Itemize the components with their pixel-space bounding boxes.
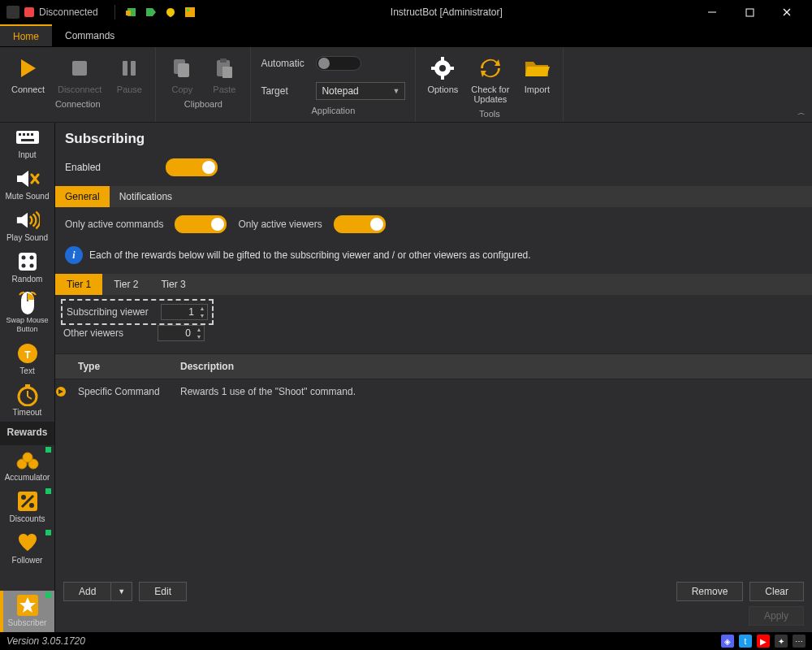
subtab-notifications[interactable]: Notifications bbox=[110, 186, 182, 207]
other-viewers-row: Other viewers 0 ▲▼ bbox=[63, 323, 812, 344]
target-dropdown[interactable]: Notepad ▼ bbox=[316, 82, 405, 100]
status-dot bbox=[45, 447, 51, 453]
sidebar-item-input[interactable]: Input bbox=[0, 123, 54, 164]
svg-line-40 bbox=[28, 396, 32, 399]
tier-tab-3[interactable]: Tier 3 bbox=[149, 274, 197, 295]
automatic-toggle[interactable] bbox=[316, 56, 361, 71]
subscribing-viewer-stepper[interactable]: 1 ▲▼ bbox=[161, 304, 208, 320]
star-icon bbox=[15, 594, 40, 617]
gear-icon bbox=[428, 54, 457, 83]
svg-point-34 bbox=[29, 264, 33, 268]
add-button[interactable]: Add ▼ bbox=[63, 582, 132, 601]
svg-rect-9 bbox=[123, 61, 127, 76]
svg-rect-25 bbox=[27, 133, 29, 136]
extra-icon-2[interactable]: ⋯ bbox=[793, 635, 806, 648]
quick-icon-4[interactable] bbox=[184, 6, 197, 19]
tier-tab-2[interactable]: Tier 2 bbox=[102, 274, 149, 295]
only-active-commands-toggle[interactable] bbox=[175, 215, 227, 233]
import-button[interactable]: Import bbox=[519, 52, 555, 96]
connect-button[interactable]: Connect bbox=[8, 52, 48, 96]
quick-icon-2[interactable] bbox=[145, 6, 158, 19]
title-bar: Disconnected InstructBot [Administrator] bbox=[0, 0, 812, 24]
subscribing-viewer-label: Subscribing viewer bbox=[67, 306, 154, 318]
group-label-tools: Tools bbox=[479, 109, 500, 119]
pause-icon bbox=[114, 54, 144, 83]
maximize-button[interactable] bbox=[731, 0, 768, 24]
tab-home[interactable]: Home bbox=[0, 24, 52, 46]
step-down-icon[interactable]: ▼ bbox=[197, 312, 207, 319]
ribbon: Connect Disconnect Pause Connection Copy… bbox=[0, 47, 812, 123]
sidebar-item-mute-sound[interactable]: Mute Sound bbox=[0, 164, 54, 206]
sidebar-item-accumulator[interactable]: Accumulator bbox=[0, 445, 54, 487]
only-active-viewers-toggle[interactable] bbox=[334, 215, 386, 233]
speaker-mute-icon bbox=[15, 167, 40, 190]
svg-rect-24 bbox=[23, 133, 25, 136]
options-button[interactable]: Options bbox=[424, 52, 461, 96]
table-row[interactable]: Specific Command Rewards 1 use of the "S… bbox=[55, 379, 812, 404]
close-button[interactable] bbox=[768, 0, 806, 24]
paste-button[interactable]: Paste bbox=[206, 52, 242, 96]
pause-button[interactable]: Pause bbox=[111, 52, 147, 96]
connection-plug-icon bbox=[24, 7, 34, 17]
th-type[interactable]: Type bbox=[70, 354, 172, 379]
remove-button[interactable]: Remove bbox=[676, 582, 744, 601]
minimize-button[interactable] bbox=[693, 0, 731, 24]
quick-icon-1[interactable] bbox=[125, 6, 138, 19]
svg-point-32 bbox=[29, 256, 33, 260]
enabled-label: Enabled bbox=[65, 162, 101, 173]
ribbon-group-tools: Options Check for Updates Import Tools bbox=[416, 47, 564, 122]
sidebar-label: Accumulator bbox=[5, 473, 50, 482]
copy-button[interactable]: Copy bbox=[164, 52, 200, 96]
svg-rect-22 bbox=[16, 131, 39, 144]
ribbon-collapse-icon[interactable]: ︿ bbox=[797, 110, 806, 116]
step-down-icon[interactable]: ▼ bbox=[194, 333, 204, 340]
sidebar-item-random[interactable]: Random bbox=[0, 247, 54, 288]
sidebar-item-follower[interactable]: Follower bbox=[0, 528, 54, 570]
tab-commands[interactable]: Commands bbox=[52, 24, 127, 46]
sidebar-label: Swap Mouse Button bbox=[6, 316, 48, 334]
row-description: Rewards 1 use of the "Shoot" command. bbox=[172, 386, 364, 397]
group-label-connection: Connection bbox=[55, 99, 101, 109]
step-up-icon[interactable]: ▲ bbox=[194, 326, 204, 333]
enabled-toggle[interactable] bbox=[166, 158, 218, 176]
sidebar-label: Rewards bbox=[6, 425, 47, 440]
info-text: Each of the rewards below will be gifted… bbox=[89, 249, 531, 261]
youtube-icon[interactable]: ▶ bbox=[757, 635, 770, 648]
refresh-icon bbox=[476, 54, 505, 83]
sidebar-item-subscriber[interactable]: Subscriber bbox=[0, 591, 54, 632]
heart-icon bbox=[15, 531, 40, 554]
keyboard-icon bbox=[15, 126, 40, 149]
subtab-general[interactable]: General bbox=[55, 186, 110, 207]
options-label: Options bbox=[427, 84, 458, 94]
target-value: Notepad bbox=[322, 85, 358, 97]
sidebar-item-text[interactable]: T Text bbox=[0, 339, 54, 380]
chevron-down-icon[interactable]: ▼ bbox=[111, 587, 132, 596]
discord-icon[interactable]: ◈ bbox=[721, 635, 734, 648]
sidebar-item-timeout[interactable]: Timeout bbox=[0, 380, 54, 422]
tier-tab-1[interactable]: Tier 1 bbox=[55, 274, 102, 295]
edit-button[interactable]: Edit bbox=[139, 582, 187, 601]
connect-label: Connect bbox=[11, 84, 45, 94]
th-description[interactable]: Description bbox=[172, 354, 242, 379]
step-up-icon[interactable]: ▲ bbox=[197, 305, 207, 312]
sidebar-item-play-sound[interactable]: Play Sound bbox=[0, 206, 54, 247]
svg-point-31 bbox=[21, 256, 25, 260]
only-active-viewers-label: Only active viewers bbox=[238, 219, 322, 230]
check-updates-button[interactable]: Check for Updates bbox=[468, 52, 512, 106]
ribbon-group-connection: Connect Disconnect Pause Connection bbox=[0, 47, 156, 122]
sidebar-item-swap-mouse[interactable]: Swap Mouse Button bbox=[0, 288, 54, 339]
clear-button[interactable]: Clear bbox=[749, 582, 804, 601]
copy-icon bbox=[167, 54, 197, 83]
other-viewers-stepper[interactable]: 0 ▲▼ bbox=[158, 325, 205, 341]
sidebar-item-discounts[interactable]: Discounts bbox=[0, 487, 54, 528]
dice-icon bbox=[15, 250, 40, 273]
disconnect-button[interactable]: Disconnect bbox=[54, 52, 105, 96]
twitter-icon[interactable]: t bbox=[739, 635, 752, 648]
apply-button[interactable]: Apply bbox=[749, 606, 804, 626]
extra-icon-1[interactable]: ✦ bbox=[775, 635, 788, 648]
svg-point-33 bbox=[21, 264, 25, 268]
status-dot bbox=[45, 530, 51, 535]
add-button-label: Add bbox=[64, 583, 111, 600]
footer-buttons: Add ▼ Edit Remove Clear bbox=[55, 577, 812, 606]
quick-icon-3[interactable] bbox=[164, 6, 177, 19]
